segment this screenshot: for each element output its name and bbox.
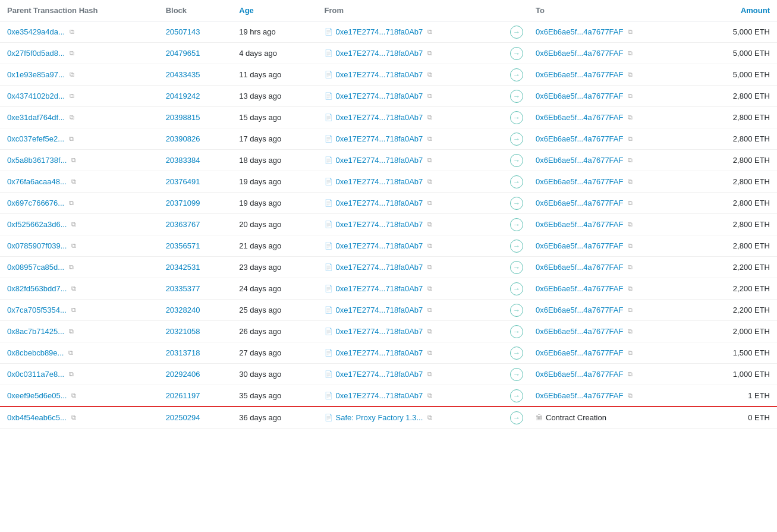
from-address-link[interactable]: 0xe17E2774...718fa0Ab7 bbox=[336, 27, 423, 36]
copy-icon[interactable]: ⧉ bbox=[426, 199, 434, 207]
copy-icon[interactable]: ⧉ bbox=[426, 328, 434, 336]
to-address-link[interactable]: 0x6Eb6ae5f...4a7677FAF bbox=[536, 27, 623, 36]
copy-icon[interactable]: ⧉ bbox=[68, 71, 76, 79]
copy-icon[interactable]: ⧉ bbox=[626, 135, 634, 143]
copy-icon[interactable]: ⧉ bbox=[626, 392, 634, 400]
block-link[interactable]: 20292406 bbox=[166, 370, 200, 379]
to-address-link[interactable]: 0x6Eb6ae5f...4a7677FAF bbox=[536, 284, 623, 293]
tx-hash-link[interactable]: 0x0785907f039... bbox=[7, 241, 67, 250]
copy-icon[interactable]: ⧉ bbox=[70, 178, 78, 186]
copy-icon[interactable]: ⧉ bbox=[426, 135, 434, 143]
from-address-link[interactable]: 0xe17E2774...718fa0Ab7 bbox=[336, 327, 423, 336]
copy-icon[interactable]: ⧉ bbox=[67, 135, 76, 143]
copy-icon[interactable]: ⧉ bbox=[626, 71, 634, 79]
block-link[interactable]: 20335377 bbox=[166, 284, 200, 293]
copy-icon[interactable]: ⧉ bbox=[426, 242, 434, 250]
copy-icon[interactable]: ⧉ bbox=[626, 328, 634, 336]
copy-icon[interactable]: ⧉ bbox=[426, 392, 434, 400]
copy-icon[interactable]: ⧉ bbox=[426, 349, 434, 357]
to-address-link[interactable]: 0x6Eb6ae5f...4a7677FAF bbox=[536, 263, 623, 272]
tx-hash-link[interactable]: 0x7ca705f5354... bbox=[7, 306, 67, 314]
copy-icon[interactable]: ⧉ bbox=[68, 92, 76, 100]
copy-icon[interactable]: ⧉ bbox=[70, 242, 78, 250]
to-address-link[interactable]: 0x6Eb6ae5f...4a7677FAF bbox=[536, 199, 623, 207]
block-link[interactable]: 20250294 bbox=[166, 413, 200, 422]
tx-hash-link[interactable]: 0xe35429a4da... bbox=[7, 27, 65, 36]
copy-icon[interactable]: ⧉ bbox=[426, 263, 434, 272]
tx-hash-link[interactable]: 0x0c0311a7e8... bbox=[7, 370, 64, 379]
from-address-link[interactable]: 0xe17E2774...718fa0Ab7 bbox=[336, 370, 423, 379]
from-address-link[interactable]: 0xe17E2774...718fa0Ab7 bbox=[336, 220, 423, 229]
from-address-link[interactable]: 0xe17E2774...718fa0Ab7 bbox=[336, 177, 423, 186]
tx-hash-link[interactable]: 0x697c766676... bbox=[7, 199, 64, 207]
to-address-link[interactable]: 0x6Eb6ae5f...4a7677FAF bbox=[536, 327, 623, 336]
copy-icon[interactable]: ⧉ bbox=[626, 199, 634, 207]
copy-icon[interactable]: ⧉ bbox=[67, 370, 76, 379]
tx-hash-link[interactable]: 0x1e93e85a97... bbox=[7, 70, 65, 79]
copy-icon[interactable]: ⧉ bbox=[68, 28, 76, 36]
tx-hash-link[interactable]: 0x5a8b361738f... bbox=[7, 156, 67, 165]
copy-icon[interactable]: ⧉ bbox=[426, 92, 434, 100]
block-link[interactable]: 20371099 bbox=[166, 199, 200, 207]
block-link[interactable]: 20363767 bbox=[166, 220, 200, 229]
from-address-link[interactable]: 0xe17E2774...718fa0Ab7 bbox=[336, 306, 423, 314]
copy-icon[interactable]: ⧉ bbox=[626, 49, 634, 58]
tx-hash-link[interactable]: 0x76fa6acaa48... bbox=[7, 177, 67, 186]
copy-icon[interactable]: ⧉ bbox=[426, 156, 434, 165]
from-address-link[interactable]: 0xe17E2774...718fa0Ab7 bbox=[336, 92, 423, 100]
copy-icon[interactable]: ⧉ bbox=[70, 285, 78, 293]
copy-icon[interactable]: ⧉ bbox=[426, 71, 434, 79]
block-link[interactable]: 20390826 bbox=[166, 134, 200, 143]
tx-hash-link[interactable]: 0x8cbebcb89e... bbox=[7, 348, 64, 357]
to-address-link[interactable]: 0x6Eb6ae5f...4a7677FAF bbox=[536, 348, 623, 357]
copy-icon[interactable]: ⧉ bbox=[626, 306, 634, 314]
from-address-link[interactable]: 0xe17E2774...718fa0Ab7 bbox=[336, 284, 423, 293]
tx-hash-link[interactable]: 0xf525662a3d6... bbox=[7, 220, 67, 229]
block-link[interactable]: 20261197 bbox=[166, 391, 200, 400]
block-link[interactable]: 20342531 bbox=[166, 263, 200, 272]
tx-hash-link[interactable]: 0x82fd563bdd7... bbox=[7, 284, 67, 293]
to-address-link[interactable]: 0x6Eb6ae5f...4a7677FAF bbox=[536, 156, 623, 165]
copy-icon[interactable]: ⧉ bbox=[70, 414, 78, 422]
copy-icon[interactable]: ⧉ bbox=[70, 392, 78, 400]
copy-icon[interactable]: ⧉ bbox=[626, 28, 634, 36]
from-address-link[interactable]: Safe: Proxy Factory 1.3... bbox=[336, 413, 423, 422]
to-address-link[interactable]: 0x6Eb6ae5f...4a7677FAF bbox=[536, 391, 623, 400]
copy-icon[interactable]: ⧉ bbox=[68, 49, 76, 58]
copy-icon[interactable]: ⧉ bbox=[626, 114, 634, 122]
copy-icon[interactable]: ⧉ bbox=[426, 221, 434, 229]
from-address-link[interactable]: 0xe17E2774...718fa0Ab7 bbox=[336, 391, 423, 400]
to-address-link[interactable]: 0x6Eb6ae5f...4a7677FAF bbox=[536, 220, 623, 229]
tx-hash-link[interactable]: 0xeef9e5d6e05... bbox=[7, 391, 67, 400]
tx-hash-link[interactable]: 0x8ac7b71425... bbox=[7, 327, 64, 336]
block-link[interactable]: 20383384 bbox=[166, 156, 200, 165]
copy-icon[interactable]: ⧉ bbox=[426, 414, 434, 422]
block-link[interactable]: 20313718 bbox=[166, 348, 200, 357]
to-address-link[interactable]: 0x6Eb6ae5f...4a7677FAF bbox=[536, 92, 623, 100]
to-address-link[interactable]: 0x6Eb6ae5f...4a7677FAF bbox=[536, 306, 623, 314]
to-address-link[interactable]: 0x6Eb6ae5f...4a7677FAF bbox=[536, 49, 623, 58]
from-address-link[interactable]: 0xe17E2774...718fa0Ab7 bbox=[336, 113, 423, 122]
copy-icon[interactable]: ⧉ bbox=[626, 263, 634, 272]
copy-icon[interactable]: ⧉ bbox=[626, 221, 634, 229]
copy-icon[interactable]: ⧉ bbox=[67, 328, 76, 336]
copy-icon[interactable]: ⧉ bbox=[626, 285, 634, 293]
from-address-link[interactable]: 0xe17E2774...718fa0Ab7 bbox=[336, 156, 423, 165]
tx-hash-link[interactable]: 0x08957ca85d... bbox=[7, 263, 64, 272]
copy-icon[interactable]: ⧉ bbox=[70, 221, 78, 229]
block-link[interactable]: 20321058 bbox=[166, 327, 200, 336]
block-link[interactable]: 20507143 bbox=[166, 27, 200, 36]
from-address-link[interactable]: 0xe17E2774...718fa0Ab7 bbox=[336, 199, 423, 207]
copy-icon[interactable]: ⧉ bbox=[67, 263, 76, 272]
copy-icon[interactable]: ⧉ bbox=[426, 370, 434, 379]
copy-icon[interactable]: ⧉ bbox=[626, 178, 634, 186]
block-link[interactable]: 20419242 bbox=[166, 92, 200, 100]
from-address-link[interactable]: 0xe17E2774...718fa0Ab7 bbox=[336, 134, 423, 143]
block-link[interactable]: 20433435 bbox=[166, 70, 200, 79]
tx-hash-link[interactable]: 0xb4f54eab6c5... bbox=[7, 413, 67, 422]
copy-icon[interactable]: ⧉ bbox=[67, 349, 75, 357]
to-address-link[interactable]: 0x6Eb6ae5f...4a7677FAF bbox=[536, 370, 623, 379]
from-address-link[interactable]: 0xe17E2774...718fa0Ab7 bbox=[336, 49, 423, 58]
to-address-link[interactable]: 0x6Eb6ae5f...4a7677FAF bbox=[536, 70, 623, 79]
copy-icon[interactable]: ⧉ bbox=[426, 114, 434, 122]
